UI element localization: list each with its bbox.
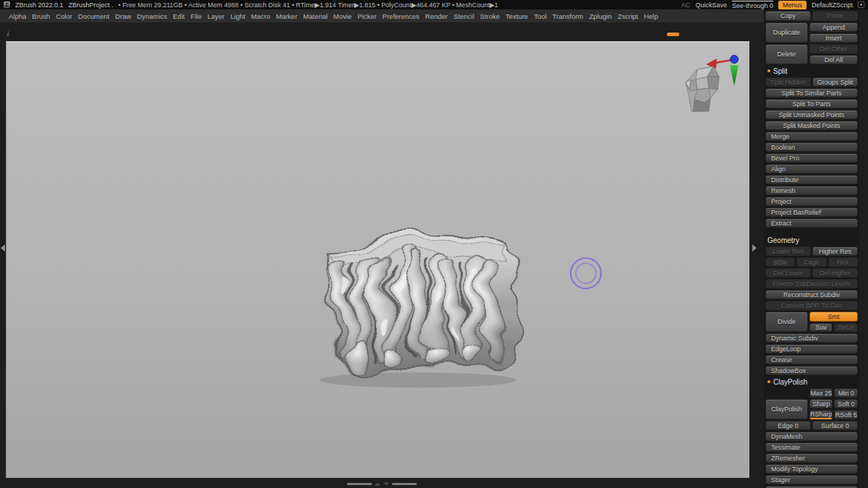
window-indicator-icon[interactable]	[858, 1, 864, 8]
lower-res-button: Lower Res	[765, 247, 811, 256]
beuv-toggle: BeUv	[834, 323, 858, 332]
expand-up-icon[interactable]	[375, 482, 380, 486]
menu-item-layer[interactable]: Layer	[208, 12, 225, 20]
section-dot-icon	[767, 69, 770, 72]
collapse-down-icon[interactable]	[383, 482, 389, 486]
insert-button[interactable]: Insert	[809, 33, 858, 43]
claypolish-surface-slider[interactable]: Surface 0	[812, 421, 858, 430]
convert-bpr-to-geo-button: Convert BPR To Geo	[765, 301, 858, 310]
zbrush-app: { "titlebar": { "app_title": "ZBrush 202…	[0, 0, 868, 488]
right-tray-arrow-icon[interactable]	[752, 244, 757, 252]
claypolish-max-slider[interactable]: Max 25	[809, 388, 833, 398]
menu-item-brush[interactable]: Brush	[32, 12, 50, 20]
higher-res-button[interactable]: Higher Res	[812, 247, 858, 256]
document-canvas[interactable]	[6, 41, 749, 478]
quicksave-button[interactable]: QuickSave	[695, 1, 727, 9]
extract-section[interactable]: Extract	[765, 218, 858, 228]
duplicate-button[interactable]: Duplicate	[765, 22, 808, 43]
camera-head-gizmo[interactable]	[676, 48, 744, 116]
split-to-similar-parts-button[interactable]: Split To Similar Parts	[765, 88, 858, 98]
claypolish-section-header[interactable]: ClayPolish	[765, 377, 858, 387]
crease-section[interactable]: Crease	[765, 355, 858, 364]
menu-item-preferences[interactable]: Preferences	[383, 12, 420, 20]
dynamic-subdiv-section[interactable]: Dynamic Subdiv	[765, 333, 858, 343]
dynamesh-section[interactable]: DynaMesh	[765, 432, 858, 441]
timeline-marker[interactable]	[667, 33, 679, 36]
claypolish-sharp-button[interactable]: Sharp	[809, 399, 833, 408]
z-axis-dot	[731, 56, 739, 64]
merge-section[interactable]: Merge	[765, 132, 858, 141]
tessimate-section[interactable]: Tessimate	[765, 442, 858, 452]
menu-item-movie[interactable]: Movie	[333, 12, 352, 20]
left-tray-arrow-icon[interactable]	[1, 244, 5, 252]
see-through-slider[interactable]: See-through 0	[732, 1, 773, 9]
divide-button[interactable]: Divide	[765, 312, 808, 332]
append-button[interactable]: Append	[809, 22, 858, 32]
menu-item-transform[interactable]: Transform	[553, 12, 584, 20]
split-masked-points-button[interactable]: Split Masked Points	[765, 121, 858, 130]
brush-cursor[interactable]	[570, 257, 602, 289]
claypolish-edge-slider[interactable]: Edge 0	[765, 421, 811, 430]
bevel-pro-section[interactable]: Bevel Pro	[765, 153, 858, 163]
ac-indicator: AC	[681, 1, 691, 9]
geometry-section-label: Geometry	[767, 236, 799, 244]
divider-bar	[392, 483, 417, 485]
modify-topology-section[interactable]: Modify Topology	[765, 464, 858, 474]
info-glyph: i	[7, 30, 9, 38]
del-all-button[interactable]: Del All	[809, 55, 858, 64]
divider-bar	[347, 483, 372, 485]
menu-item-dynamics[interactable]: Dynamics	[137, 12, 167, 20]
menu-item-material[interactable]: Material	[303, 12, 328, 20]
suv-toggle[interactable]: Suv	[809, 323, 833, 332]
menu-item-texture[interactable]: Texture	[506, 12, 528, 20]
shadowbox-section[interactable]: ShadowBox	[765, 366, 858, 375]
title-bar: Z ZBrush 2022.0.1 ZBrushProject . • Free…	[0, 0, 868, 9]
menu-item-file[interactable]: File	[190, 12, 201, 20]
default-zscript-button[interactable]: DefaultZScript	[812, 1, 853, 9]
menu-item-stroke[interactable]: Stroke	[480, 12, 500, 20]
delete-button[interactable]: Delete	[765, 44, 808, 64]
menu-item-tool[interactable]: Tool	[534, 12, 546, 20]
split-unmasked-points-button[interactable]: Split Unmasked Points	[765, 110, 858, 119]
menu-item-color[interactable]: Color	[56, 12, 72, 20]
menu-item-render[interactable]: Render	[425, 12, 448, 20]
smt-toggle[interactable]: Smt	[809, 312, 858, 322]
menu-item-marker[interactable]: Marker	[276, 12, 298, 20]
claypolish-rsoft-slider[interactable]: RSoft 5	[834, 410, 858, 419]
project-basrelief-section[interactable]: Project BasRelief	[765, 207, 858, 217]
boolean-section[interactable]: Boolean	[765, 142, 858, 152]
menus-button[interactable]: Menus	[778, 1, 807, 9]
copy-button[interactable]: Copy	[765, 11, 811, 21]
menu-item-stencil[interactable]: Stencil	[454, 12, 475, 20]
menu-item-alpha[interactable]: Alpha	[9, 12, 26, 20]
menu-item-zplugin[interactable]: Zplugin	[590, 12, 612, 20]
stager-section[interactable]: Stager	[765, 475, 858, 484]
claypolish-button[interactable]: ClayPolish	[765, 399, 808, 419]
menu-item-zscript[interactable]: Zscript	[618, 12, 639, 20]
distribute-section[interactable]: Distribute	[765, 175, 858, 184]
claypolish-soft-slider[interactable]: Soft 0	[834, 399, 858, 408]
zremesher-section[interactable]: ZRemesher	[765, 453, 858, 463]
sculpture-3d-model[interactable]	[274, 192, 556, 413]
claypolish-min-slider[interactable]: Min 0	[834, 388, 858, 398]
project-section[interactable]: Project	[765, 197, 858, 206]
bottom-divider-handle[interactable]	[347, 482, 417, 486]
geometry-section-header[interactable]: Geometry	[765, 235, 858, 245]
split-to-parts-button[interactable]: Split To Parts	[765, 99, 858, 108]
align-section[interactable]: Align	[765, 164, 858, 174]
menu-item-document[interactable]: Document	[78, 12, 109, 20]
menu-item-edit[interactable]: Edit	[173, 12, 184, 20]
claypolish-rsharp-slider[interactable]: RSharp	[809, 410, 833, 419]
split-section-header[interactable]: Split	[765, 66, 858, 76]
menu-item-light[interactable]: Light	[230, 12, 245, 20]
reconstruct-subdiv-button[interactable]: Reconstruct Subdiv	[765, 290, 858, 299]
menu-item-picker[interactable]: Picker	[357, 12, 376, 20]
edgeloop-section[interactable]: EdgeLoop	[765, 344, 858, 354]
sdiv-slider: SDiv	[765, 257, 795, 267]
remesh-section[interactable]: Remesh	[765, 186, 858, 195]
groups-split-button[interactable]: Groups Split	[812, 77, 858, 87]
menu-item-macro[interactable]: Macro	[251, 12, 270, 20]
menu-item-draw[interactable]: Draw	[115, 12, 131, 20]
menu-item-help[interactable]: Help	[644, 12, 658, 20]
freeze-subdivision-levels-button: Freeze SubDivision Levels	[765, 279, 858, 288]
